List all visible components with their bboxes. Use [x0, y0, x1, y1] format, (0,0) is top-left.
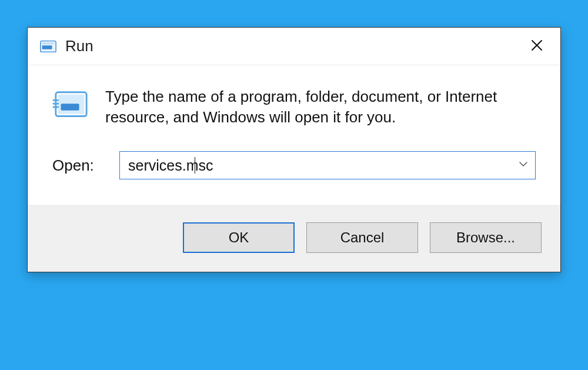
- run-dialog: Run Type the name of a program, folder, …: [27, 27, 561, 272]
- dialog-body: Type the name of a program, folder, docu…: [28, 65, 560, 205]
- svg-rect-5: [61, 104, 79, 111]
- dialog-title: Run: [65, 37, 523, 55]
- command-combobox[interactable]: [119, 151, 536, 179]
- command-input[interactable]: [120, 152, 535, 179]
- open-row: Open:: [52, 151, 536, 179]
- open-label: Open:: [52, 156, 105, 175]
- close-icon: [530, 38, 544, 55]
- dialog-footer: OK Cancel Browse...: [28, 205, 560, 272]
- svg-rect-2: [42, 42, 55, 44]
- run-icon: [39, 38, 57, 55]
- run-large-icon: [52, 89, 89, 122]
- description-row: Type the name of a program, folder, docu…: [52, 86, 536, 128]
- dropdown-button[interactable]: [512, 152, 535, 179]
- ok-button[interactable]: OK: [183, 222, 295, 253]
- title-bar: Run: [28, 28, 560, 65]
- description-text: Type the name of a program, folder, docu…: [105, 86, 517, 128]
- chevron-down-icon: [519, 159, 528, 171]
- cancel-button[interactable]: Cancel: [306, 222, 418, 253]
- text-cursor: [195, 157, 195, 174]
- svg-rect-1: [42, 45, 52, 49]
- close-button[interactable]: [523, 32, 551, 61]
- browse-button[interactable]: Browse...: [430, 222, 542, 253]
